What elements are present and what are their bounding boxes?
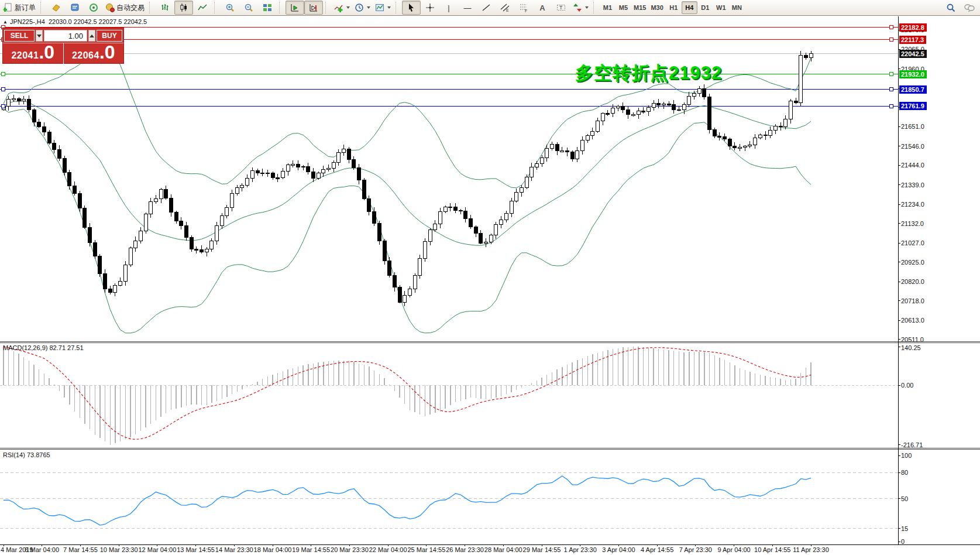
candlestick-chart-icon [179,3,188,12]
time-axis-label: 25 Mar 14:55 [407,546,445,553]
chart-shift-button[interactable] [304,1,323,15]
time-axis-label: 1 Apr 23:30 [564,546,597,553]
price-line-label: 21932.0 [899,70,927,78]
time-axis-label: 22 Mar 04:00 [369,546,407,553]
chart-canvas[interactable] [0,0,980,555]
text-tool-button[interactable]: A [533,1,552,15]
macd-tick-label: 140.25 [901,344,921,351]
auto-scroll-icon [290,3,300,12]
zoom-in-button[interactable] [221,1,239,15]
time-axis-label: 18 Mar 04:00 [254,546,292,553]
equidistant-channel-icon: E [500,3,510,12]
shapes-tool-button[interactable] [570,1,591,15]
fibonacci-icon: F [519,3,528,12]
auto-scroll-button[interactable] [286,1,304,15]
signals-button[interactable] [84,1,103,15]
time-axis-label: 6 Mar 04:00 [25,546,59,553]
indicators-button[interactable] [332,1,352,15]
bid-price-display[interactable]: 22041.0 [3,43,64,64]
timeframe-m15-button[interactable]: M15 [631,1,648,14]
price-tick-label: 21234.0 [901,201,924,208]
indicators-icon [334,3,343,12]
time-axis-label: 28 Mar 04:00 [484,546,522,553]
search-button[interactable] [941,1,960,15]
price-line-label: 21761.9 [899,102,927,110]
timeframe-m1-button[interactable]: M1 [600,1,615,14]
fibonacci-tool-button[interactable]: F [514,1,533,15]
metaeditor-button[interactable] [66,1,84,15]
timeframe-mn-button[interactable]: MN [729,1,745,14]
toolbar-separator [40,2,45,13]
time-axis-label: 29 Mar 14:55 [523,546,561,553]
ask-price-display[interactable]: 22064.0 [64,43,124,64]
time-axis-label: 7 Mar 14:55 [63,546,98,553]
macd-label: MACD(12,26,9) 82.71 27.51 [3,344,84,351]
periods-button[interactable] [352,1,373,15]
text-label-icon: T [556,3,566,12]
timeframe-d1-button[interactable]: D1 [697,1,713,14]
line-chart-button[interactable] [193,1,212,15]
bar-chart-button[interactable] [156,1,174,15]
one-click-trading-panel: SELL BUY 22041.0 22064.0 [2,28,124,64]
time-axis-label: 19 Mar 14:55 [292,546,330,553]
new-order-button[interactable]: 新订单 [1,1,38,15]
timeframe-m5-button[interactable]: M5 [615,1,631,14]
time-axis-label: 4 Apr 14:55 [641,546,673,553]
price-tick-label: 20925.0 [901,259,924,266]
label-tool-button[interactable]: T [552,1,570,15]
timeframe-h4-button[interactable]: H4 [682,1,697,14]
templates-button[interactable] [373,1,393,15]
tile-windows-button[interactable] [258,1,277,15]
price-tick-label: 20718.0 [901,297,924,304]
crosshair-tool-button[interactable] [421,1,439,15]
text-icon: A [539,4,545,12]
toolbar-separator [593,2,598,13]
sell-button[interactable]: SELL [4,30,35,42]
eraser-icon [51,3,61,12]
chat-button[interactable] [960,1,979,15]
styler-button[interactable] [47,1,66,15]
trendline-tool-button[interactable] [477,1,496,15]
auto-trading-button[interactable]: 自动交易 [103,1,147,15]
cursor-tool-button[interactable] [402,1,421,15]
auto-trading-icon [105,3,115,12]
arrow-up-icon [90,35,94,37]
macd-tick-label: 0.00 [901,382,913,389]
zoom-out-button[interactable] [239,1,258,15]
toolbar-separator [325,2,330,13]
rsi-tick-label: 0 [901,538,905,545]
toolbar-separator [149,2,154,13]
rsi-tick-label: 50 [901,495,908,502]
timeframe-h1-button[interactable]: H1 [666,1,682,14]
volume-input[interactable] [44,30,87,42]
time-axis-label: 11 Apr 23:30 [793,546,829,553]
horizontal-line-tool-button[interactable]: — [458,1,477,15]
trendline-icon [482,3,491,12]
timeframe-m30-button[interactable]: M30 [648,1,665,14]
volume-down-button[interactable] [36,30,43,42]
rsi-tick-label: 100 [901,452,912,459]
time-axis-label: 3 Apr 04:00 [602,546,635,553]
rsi-tick-label: 15 [901,525,908,532]
channel-tool-button[interactable]: E [496,1,514,15]
timeframe-w1-button[interactable]: W1 [713,1,729,14]
line-chart-icon [198,3,207,12]
collapse-icon[interactable]: ▲ [3,19,8,25]
price-line-label: 21850.7 [899,85,927,94]
tile-windows-icon [263,3,272,12]
auto-trading-label: 自动交易 [116,3,145,13]
zoom-in-icon [225,3,235,12]
buy-button[interactable]: BUY [97,30,122,42]
price-line-label: 22182.8 [899,23,927,32]
arrows-icon [573,3,582,12]
price-tick-label: 21132.0 [901,220,924,227]
crosshair-icon [425,3,435,12]
vertical-line-tool-button[interactable]: | [439,1,458,15]
time-axis-label: 7 Apr 23:30 [679,546,712,553]
volume-up-button[interactable] [88,30,95,42]
candlestick-chart-button[interactable] [174,1,193,15]
svg-text:T: T [559,5,563,11]
time-axis-label: 20 Mar 23:30 [331,546,369,553]
time-axis-label: 26 Mar 23:30 [446,546,484,553]
templates-icon [375,3,384,12]
